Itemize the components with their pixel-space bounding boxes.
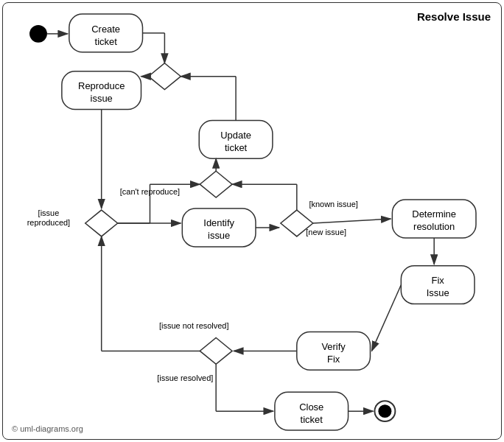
- determine-resolution-label1: Determine: [412, 208, 456, 220]
- arrow-d4-determine: [313, 219, 391, 223]
- fix-issue-label1: Fix: [432, 275, 445, 286]
- reproduce-issue-label1: Reproduce: [78, 80, 125, 91]
- label-issue-reproduced2: reproduced]: [27, 218, 70, 227]
- label-new-issue: [new issue]: [306, 228, 346, 236]
- final-node: [378, 404, 391, 418]
- label-issue-not-resolved: [issue not resolved]: [159, 321, 228, 330]
- identify-issue-label1: Identify: [203, 217, 234, 228]
- diagram-container: Resolve Issue © uml-diagrams.org Create …: [2, 2, 502, 440]
- diamond-3: [85, 210, 118, 236]
- label-issue-resolved: [issue resolved]: [157, 373, 213, 382]
- determine-resolution-label2: resolution: [413, 221, 455, 232]
- verify-fix-label2: Fix: [327, 354, 340, 365]
- diamond-5: [200, 337, 232, 364]
- fix-issue-label2: Issue: [427, 287, 449, 298]
- create-ticket-label: Create: [91, 24, 120, 35]
- diamond-1: [148, 63, 181, 90]
- label-known-issue: [known issue]: [309, 200, 357, 208]
- identify-issue-label2: issue: [208, 230, 230, 241]
- label-issue-reproduced: [issue: [38, 208, 60, 217]
- reproduce-issue-label2: issue: [91, 93, 113, 104]
- close-ticket-label1: Close: [299, 401, 323, 413]
- close-ticket-label2: ticket: [301, 414, 323, 425]
- create-ticket-label2: ticket: [95, 36, 118, 47]
- update-ticket-label1: Update: [220, 130, 251, 141]
- arrow-fix-verify: [371, 285, 401, 351]
- update-ticket-label2: ticket: [225, 142, 248, 153]
- diamond-2: [200, 171, 232, 197]
- verify-fix-label1: Verify: [321, 341, 346, 352]
- initial-node: [29, 25, 47, 43]
